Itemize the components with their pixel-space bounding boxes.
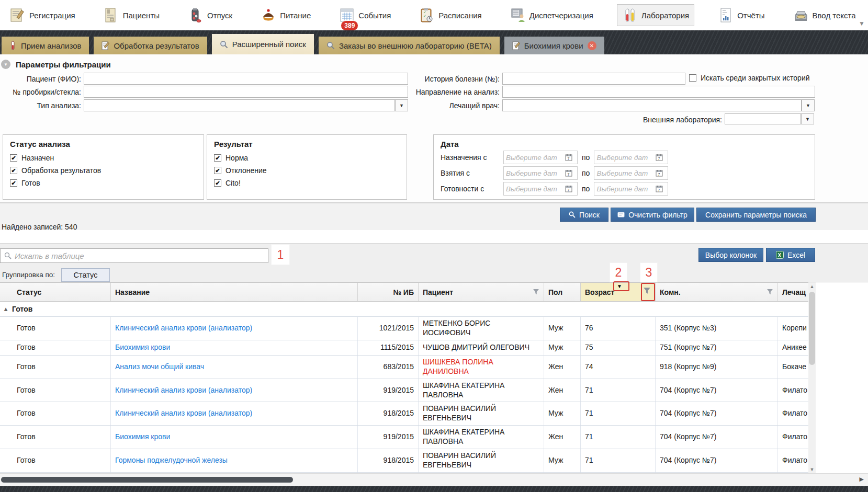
filter-funnel-icon[interactable] (533, 289, 539, 295)
date-assigned-from[interactable]: 7 (503, 151, 578, 164)
date-input[interactable] (596, 154, 654, 162)
patient-name-input[interactable] (84, 73, 408, 85)
date-input[interactable] (506, 185, 563, 193)
calendar-picker-icon[interactable]: 7 (656, 185, 663, 192)
table-search-box[interactable] (0, 248, 268, 263)
analysis-link[interactable]: Клинический анализ крови (анализатор) (111, 317, 358, 340)
analysis-link[interactable]: Гормоны поджелудочной железы (111, 449, 358, 472)
attending-doctor-dropdown[interactable]: ▼ (802, 99, 815, 111)
toolbar-item-registration[interactable]: Регистрация (5, 5, 80, 26)
column-header-patient[interactable]: Пациент (419, 283, 544, 301)
checkbox-unchecked (689, 74, 696, 82)
status-checkbox-ready[interactable]: ✔ Готов (10, 179, 40, 187)
toolbar-item-schedules[interactable]: ✓✓ Расписания (414, 5, 486, 26)
tab-analysis-intake[interactable]: Прием анализов (2, 37, 89, 54)
table-row[interactable]: Готов Биохимия крови 1115/2015 ЧУШОВ ДМИ… (0, 340, 808, 356)
filter-title: Параметры фильтрации (16, 60, 111, 69)
calendar-picker-icon[interactable]: 7 (565, 185, 572, 192)
column-header-status[interactable]: Статус (13, 283, 111, 301)
referral-input[interactable] (502, 86, 815, 98)
date-input[interactable] (506, 154, 563, 162)
result-checkbox-norm[interactable]: ✔ Норма (214, 154, 248, 162)
horizontal-scrollbar[interactable]: ▶ (0, 473, 868, 486)
cell-doctor: Корепи (778, 317, 808, 340)
column-header-room[interactable]: Комн. (656, 283, 778, 301)
tab-result-processing[interactable]: Обработка результатов (94, 37, 207, 54)
search-button[interactable]: Поиск (560, 208, 608, 222)
table-row[interactable]: Готов Клинический анализ крови (анализат… (0, 317, 808, 340)
toolbar-item-food[interactable]: Питание (256, 5, 315, 26)
date-taken-from[interactable]: 7 (503, 166, 578, 180)
vertical-scroll-thumb[interactable] (809, 292, 815, 365)
tab-advanced-search[interactable]: Расширенный поиск (212, 34, 314, 54)
date-input[interactable] (596, 169, 654, 177)
table-row[interactable]: Готов Анализ мочи общий кивач 683/2015 Ш… (0, 356, 808, 379)
case-history-input[interactable] (502, 73, 685, 85)
column-header-ib[interactable]: № ИБ (358, 283, 419, 301)
choose-columns-button[interactable]: Выбор колонок (698, 248, 763, 262)
collapse-filters-icon[interactable]: ▼ (1, 60, 10, 69)
calendar-picker-icon[interactable]: 7 (565, 169, 572, 177)
tab-blood-biochemistry[interactable]: Биохимия крови ✕ (504, 37, 604, 54)
table-row[interactable]: Готов Клинический анализ крови (анализат… (0, 402, 808, 426)
date-input[interactable] (596, 185, 654, 193)
scroll-down-icon[interactable]: ▼ (808, 465, 816, 473)
table-row[interactable]: Готов Гормоны поджелудочной железы 918/2… (0, 449, 808, 473)
cell-patient: ПОВАРИН ВАСИЛИЙ ЕВГЕНЬЕВИЧ (419, 402, 544, 425)
tab-label: Расширенный поиск (232, 40, 306, 49)
closed-histories-checkbox[interactable]: Искать среди закрытых историй (689, 74, 810, 82)
toolbar-item-text-entry[interactable]: Ввод текста (788, 5, 861, 26)
result-checkbox-deviation[interactable]: ✔ Отклонение (214, 166, 267, 175)
toolbar-item-patients[interactable]: Пациенты (99, 5, 164, 26)
attending-doctor-input[interactable] (502, 99, 802, 111)
tube-number-input[interactable] (84, 86, 408, 98)
date-input[interactable] (506, 169, 563, 177)
analysis-link[interactable]: Клинический анализ крови (анализатор) (111, 402, 358, 425)
group-row-ready[interactable]: ▴ Готов (0, 302, 808, 317)
analysis-link[interactable]: Клинический анализ крови (анализатор) (111, 379, 358, 402)
excel-export-button[interactable]: X Excel (766, 248, 815, 262)
grouping-chip-status[interactable]: Статус (61, 268, 110, 282)
external-lab-select[interactable] (725, 113, 801, 124)
date-ready-to[interactable]: 7 (594, 182, 668, 196)
status-checkbox-assigned[interactable]: ✔ Назначен (10, 154, 54, 162)
horizontal-scroll-thumb[interactable] (1, 477, 293, 483)
collapse-group-icon[interactable]: ▴ (4, 305, 7, 313)
close-icon[interactable]: ✕ (588, 41, 596, 50)
toolbar-item-label: Регистрация (29, 11, 75, 20)
filter-funnel-icon[interactable] (766, 289, 773, 295)
date-assigned-to[interactable]: 7 (594, 151, 668, 164)
status-checkbox-processing[interactable]: ✔ Обработка результатов (10, 166, 101, 175)
clear-filter-button[interactable]: Очистить фильтр (611, 208, 694, 222)
calendar-picker-icon[interactable]: 7 (656, 154, 663, 161)
column-header-doctor[interactable]: Лечащ (778, 283, 808, 301)
toolbar-item-laboratory[interactable]: Лаборатория (617, 4, 694, 26)
calendar-picker-icon[interactable]: 7 (656, 169, 663, 177)
toolbar-item-dispatch[interactable]: Диспетчеризация (505, 5, 598, 26)
scroll-up-icon[interactable]: ▲ (808, 282, 816, 290)
result-checkbox-cito[interactable]: ✔ Cito! (214, 179, 241, 187)
analysis-link[interactable]: Биохимия крови (111, 340, 358, 355)
scroll-right-icon[interactable]: ▶ (860, 476, 864, 483)
analysis-link[interactable]: Биохимия крови (111, 426, 358, 449)
tab-external-lab-orders[interactable]: Заказы во внешнюю лабораторию (BETA) (319, 37, 500, 54)
cell-case-number: 683/2015 (358, 356, 419, 379)
toolbar-item-events[interactable]: 389 События (334, 5, 396, 26)
analysis-type-input[interactable] (84, 99, 395, 111)
external-lab-dropdown[interactable]: ▼ (801, 113, 814, 124)
save-search-params-button[interactable]: Сохранить параметры поиска (696, 208, 816, 222)
toolbar-item-pharmacy[interactable]: Отпуск (183, 5, 237, 26)
toolbar-overflow-icon[interactable]: ▼ (859, 20, 865, 27)
column-header-name[interactable]: Название (111, 283, 358, 301)
analysis-type-dropdown[interactable]: ▼ (395, 99, 408, 111)
date-ready-from[interactable]: 7 (503, 182, 578, 196)
analysis-link[interactable]: Анализ мочи общий кивач (111, 356, 358, 379)
toolbar-item-reports[interactable]: Отчёты (713, 5, 769, 26)
column-header-sex[interactable]: Пол (544, 283, 581, 301)
vertical-scrollbar[interactable]: ▲ ▼ (808, 282, 816, 473)
date-taken-to[interactable]: 7 (594, 166, 668, 180)
calendar-picker-icon[interactable]: 7 (565, 154, 572, 161)
table-row[interactable]: Готов Клинический анализ крови (анализат… (0, 379, 808, 403)
table-row[interactable]: Готов Биохимия крови 919/2015 ШКАФИНА ЕК… (0, 426, 808, 449)
table-search-input[interactable] (15, 251, 264, 260)
